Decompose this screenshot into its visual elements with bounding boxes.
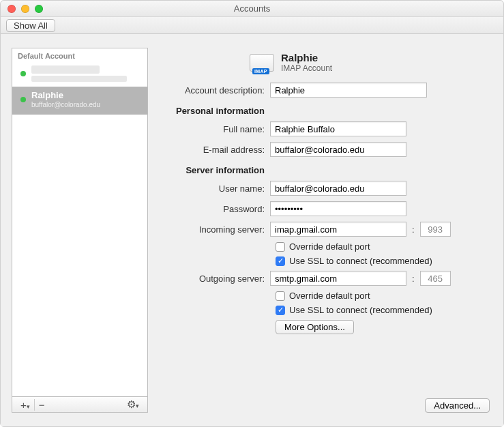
section-personal: Personal information bbox=[164, 106, 270, 116]
gear-icon: ⚙︎ bbox=[127, 398, 136, 410]
gear-button[interactable]: ⚙︎▾ bbox=[123, 398, 143, 411]
outgoing-ssl-checkbox[interactable] bbox=[276, 306, 285, 315]
label-email: E-mail address: bbox=[164, 145, 270, 155]
account-name bbox=[31, 65, 100, 74]
label-override: Override default port bbox=[289, 241, 370, 252]
label-fullname: Full name: bbox=[164, 124, 270, 134]
sidebar-footer: +▾ − ⚙︎▾ bbox=[12, 396, 148, 413]
account-type: IMAP Account bbox=[281, 63, 332, 73]
section-server: Server information bbox=[164, 165, 270, 175]
sidebar-wrap: Default Account Ralphie buffalor@colorad… bbox=[12, 48, 148, 413]
content: Default Account Ralphie buffalor@colorad… bbox=[1, 34, 503, 426]
label-password: Password: bbox=[164, 204, 270, 214]
account-header: IMAP Ralphie IMAP Account bbox=[164, 48, 492, 80]
sidebar-header: Default Account bbox=[12, 48, 147, 62]
window-title: Accounts bbox=[1, 3, 503, 14]
fullname-input[interactable] bbox=[270, 121, 406, 136]
password-input[interactable] bbox=[270, 201, 406, 216]
port-colon: : bbox=[412, 274, 415, 284]
advanced-button[interactable]: Advanced... bbox=[425, 398, 490, 413]
label-incoming: Incoming server: bbox=[164, 224, 270, 235]
account-title: Ralphie bbox=[281, 52, 332, 63]
accounts-sidebar: Default Account Ralphie buffalor@colorad… bbox=[12, 48, 148, 396]
account-sub bbox=[31, 76, 127, 82]
label-override: Override default port bbox=[289, 291, 370, 301]
label-ssl: Use SSL to connect (recommended) bbox=[289, 305, 432, 315]
outgoing-port-input[interactable] bbox=[420, 271, 451, 286]
account-name: Ralphie bbox=[31, 90, 100, 101]
label-outgoing: Outgoing server: bbox=[164, 274, 270, 284]
incoming-server-input[interactable] bbox=[270, 222, 406, 237]
outgoing-server-input[interactable] bbox=[270, 271, 406, 286]
toolbar: Show All bbox=[1, 17, 503, 34]
status-dot-icon bbox=[20, 97, 26, 102]
mail-icon: IMAP bbox=[250, 54, 274, 72]
port-colon: : bbox=[412, 224, 415, 235]
titlebar: Accounts bbox=[1, 1, 503, 17]
account-item-ralphie[interactable]: Ralphie buffalor@colorado.edu bbox=[12, 87, 147, 115]
account-sub: buffalor@colorado.edu bbox=[31, 101, 100, 110]
add-account-button[interactable]: +▾ bbox=[16, 399, 35, 411]
accounts-window: Accounts Show All Default Account Ralphi bbox=[0, 0, 504, 427]
username-input[interactable] bbox=[270, 181, 406, 196]
status-dot-icon bbox=[20, 71, 26, 76]
account-item-default[interactable] bbox=[12, 62, 147, 87]
incoming-ssl-checkbox[interactable] bbox=[276, 256, 285, 266]
imap-badge: IMAP bbox=[252, 68, 269, 74]
more-options-button[interactable]: More Options... bbox=[276, 320, 354, 334]
label-ssl: Use SSL to connect (recommended) bbox=[289, 256, 432, 266]
incoming-override-checkbox[interactable] bbox=[276, 242, 285, 252]
account-form: IMAP Ralphie IMAP Account Account descri… bbox=[164, 48, 492, 413]
label-description: Account description: bbox=[164, 85, 270, 95]
show-all-button[interactable]: Show All bbox=[6, 19, 55, 32]
incoming-port-input[interactable] bbox=[420, 222, 451, 237]
description-input[interactable] bbox=[270, 83, 427, 98]
label-username: User name: bbox=[164, 183, 270, 194]
outgoing-override-checkbox[interactable] bbox=[276, 291, 285, 301]
email-input[interactable] bbox=[270, 142, 406, 157]
remove-account-button[interactable]: − bbox=[35, 399, 49, 411]
